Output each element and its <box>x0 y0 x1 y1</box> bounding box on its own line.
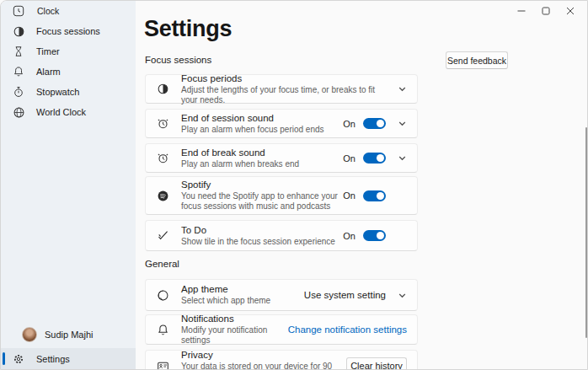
theme-icon <box>156 288 170 303</box>
toggle-knob <box>377 120 384 127</box>
app-theme-dropdown-value[interactable]: Use system setting <box>304 290 386 300</box>
change-notification-settings-link[interactable]: Change notification settings <box>288 324 407 335</box>
toggle-knob <box>377 232 384 239</box>
card-end-of-session-sound[interactable]: End of session sound Play an alarm when … <box>145 109 418 138</box>
sidebar-item-label: Focus sessions <box>36 26 100 36</box>
sidebar-footer: Sudip Majhi Settings <box>1 323 136 369</box>
sidebar: Clock Focus sessions Timer Alarm Stopwat… <box>1 1 136 370</box>
hourglass-icon <box>12 45 25 58</box>
card-texts: To Do Show tile in the focus session exp… <box>181 225 343 247</box>
sidebar-item-settings[interactable]: Settings <box>1 348 136 369</box>
card-notifications[interactable]: Notifications Modify your notification s… <box>145 314 418 345</box>
card-description: Select which app theme <box>181 296 304 306</box>
page-title: Settings <box>144 16 232 42</box>
sidebar-item-label: World Clock <box>36 107 86 117</box>
card-description: You need the Spotify app to enhance your… <box>181 191 343 212</box>
card-texts: App theme Select which app theme <box>181 284 304 306</box>
selected-indicator <box>3 352 5 365</box>
end-of-session-sound-toggle[interactable] <box>363 118 386 129</box>
card-title: End of session sound <box>181 113 343 124</box>
globe-icon <box>12 105 25 119</box>
user-name: Sudip Majhi <box>45 330 93 340</box>
chevron-down-icon[interactable] <box>398 84 407 94</box>
toggle-state-label: On <box>343 153 355 164</box>
toggle-knob <box>377 154 384 162</box>
card-title: End of break sound <box>181 147 343 158</box>
chevron-down-icon[interactable] <box>398 119 407 128</box>
user-account-row[interactable]: Sudip Majhi <box>1 323 136 346</box>
card-texts: Focus periods Adjust the lengths of your… <box>181 73 386 105</box>
send-feedback-button[interactable]: Send feedback <box>446 51 508 69</box>
maximize-button[interactable] <box>533 1 558 21</box>
card-title: Spotify <box>181 180 343 190</box>
sidebar-item-world-clock[interactable]: World Clock <box>1 102 136 122</box>
privacy-icon <box>156 359 170 370</box>
card-privacy[interactable]: Privacy Your data is stored on your devi… <box>145 350 418 370</box>
card-end-of-break-sound[interactable]: End of break sound Play an alarm when br… <box>145 143 418 173</box>
section-focus-sessions: Focus sessions <box>145 55 211 65</box>
gear-icon <box>12 352 25 366</box>
card-spotify[interactable]: Spotify You need the Spotify app to enha… <box>145 176 418 215</box>
clock-app-icon <box>12 4 25 18</box>
stopwatch-icon <box>12 85 25 99</box>
user-avatar <box>22 327 37 342</box>
card-texts: Notifications Modify your notification s… <box>181 314 288 346</box>
clear-history-button[interactable]: Clear history <box>346 357 407 370</box>
alarm-clock-icon <box>156 151 170 165</box>
card-description: Play an alarm when breaks end <box>181 159 343 169</box>
card-texts: Spotify You need the Spotify app to enha… <box>181 180 343 212</box>
card-title: Focus periods <box>181 73 386 84</box>
card-texts: End of break sound Play an alarm when br… <box>181 147 343 169</box>
bell-icon <box>12 65 25 78</box>
sidebar-item-stopwatch[interactable]: Stopwatch <box>1 82 136 102</box>
card-focus-periods[interactable]: Focus periods Adjust the lengths of your… <box>145 74 418 104</box>
card-description: Your data is stored on your device for 9… <box>181 362 346 370</box>
section-general: General <box>145 259 179 269</box>
sidebar-item-label: Alarm <box>36 67 61 77</box>
focus-periods-icon <box>156 82 170 96</box>
spotify-icon <box>156 189 170 203</box>
sidebar-item-label: Timer <box>36 46 60 56</box>
sidebar-item-focus-sessions[interactable]: Focus sessions <box>1 21 136 41</box>
vertical-scrollbar[interactable] <box>585 127 587 338</box>
minimize-button[interactable] <box>509 1 533 21</box>
card-description: Show tile in the focus session experienc… <box>181 237 343 247</box>
card-title: To Do <box>181 225 343 236</box>
card-texts: End of session sound Play an alarm when … <box>181 113 343 135</box>
card-title: Notifications <box>181 314 288 324</box>
sidebar-item-alarm[interactable]: Alarm <box>1 62 136 82</box>
card-title: App theme <box>181 284 304 295</box>
chevron-down-icon[interactable] <box>398 153 407 163</box>
to-do-toggle[interactable] <box>363 230 386 241</box>
app-title-row: Clock <box>1 1 136 21</box>
card-title: Privacy <box>181 350 346 361</box>
card-app-theme[interactable]: App theme Select which app theme Use sys… <box>145 279 418 311</box>
sidebar-item-label: Stopwatch <box>36 87 79 97</box>
todo-icon <box>156 228 170 243</box>
card-description: Adjust the lengths of your focus time, o… <box>181 85 386 105</box>
card-description: Modify your notification settings <box>181 325 288 346</box>
card-description: Play an alarm when focus period ends <box>181 125 343 135</box>
sidebar-item-timer[interactable]: Timer <box>1 41 136 62</box>
toggle-state-label: On <box>343 119 355 129</box>
card-texts: Privacy Your data is stored on your devi… <box>181 350 346 370</box>
alarm-clock-icon <box>156 116 170 131</box>
focus-sessions-icon <box>12 24 25 38</box>
end-of-break-sound-toggle[interactable] <box>363 153 386 164</box>
sidebar-item-label: Settings <box>36 354 70 364</box>
chevron-down-icon[interactable] <box>398 291 407 300</box>
bell-icon <box>156 323 170 337</box>
window-controls <box>509 1 582 21</box>
toggle-state-label: On <box>343 190 355 201</box>
close-button[interactable] <box>558 1 582 21</box>
settings-page: Settings Focus sessions Send feedback Fo… <box>136 1 588 370</box>
toggle-state-label: On <box>343 231 355 241</box>
toggle-knob <box>377 192 384 200</box>
clock-app-window: Clock Focus sessions Timer Alarm Stopwat… <box>0 0 588 370</box>
card-to-do[interactable]: To Do Show tile in the focus session exp… <box>145 220 418 251</box>
app-title: Clock <box>37 6 59 16</box>
spotify-toggle[interactable] <box>363 190 386 201</box>
